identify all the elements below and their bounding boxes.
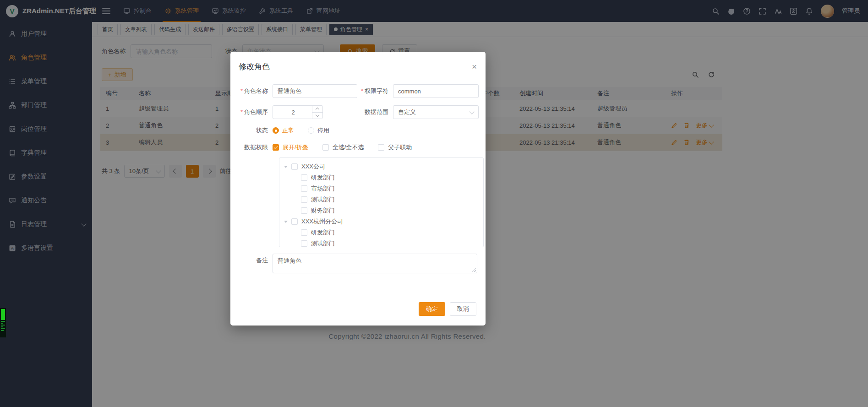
- checkbox-icon: [378, 144, 384, 151]
- fps-stats-widget: [0, 308, 6, 337]
- tree-caret-icon[interactable]: [284, 166, 288, 168]
- form-row: 数据权限 展开/折叠 全选/全不选 父子联动: [237, 143, 479, 152]
- cancel-button[interactable]: 取消: [450, 302, 476, 316]
- data-perm-field-label: 数据权限: [237, 143, 273, 152]
- checkbox-icon[interactable]: [291, 163, 298, 170]
- expand-collapse-checkbox[interactable]: 展开/折叠: [273, 143, 308, 152]
- select-all-checkbox[interactable]: 全选/全不选: [322, 143, 364, 152]
- chevron-down-icon: [316, 113, 319, 117]
- tree-node[interactable]: XXX公司: [279, 161, 483, 172]
- radio-icon: [308, 127, 314, 134]
- data-scope-select[interactable]: 自定义: [393, 105, 479, 119]
- confirm-button[interactable]: 确定: [419, 302, 445, 316]
- department-tree: XXX公司 研发部门 市场部门 测试部门 财务部门: [279, 157, 484, 247]
- checkbox-icon[interactable]: [301, 207, 307, 214]
- status-field-label: 状态: [237, 126, 273, 135]
- checkbox-icon[interactable]: [301, 240, 307, 247]
- remark-field-label: 备注: [237, 256, 273, 265]
- form-row: 备注 普通角色: [237, 254, 479, 273]
- tree-caret-icon[interactable]: [284, 221, 288, 223]
- role-name-field-label: 角色名称: [237, 87, 273, 95]
- dialog-body: 角色名称 权限字符 角色顺序 2 数据范围 自定义: [230, 72, 486, 273]
- tree-node[interactable]: 研发部门: [279, 172, 483, 183]
- checkbox-icon[interactable]: [301, 229, 307, 236]
- remark-textarea[interactable]: 普通角色: [273, 254, 477, 273]
- checkbox-icon[interactable]: [301, 185, 307, 192]
- status-radio-disabled[interactable]: 停用: [308, 126, 329, 135]
- increase-button[interactable]: [312, 106, 322, 112]
- edit-role-dialog: 修改角色 × 角色名称 权限字符 角色顺序 2 数据范围: [230, 52, 486, 326]
- perm-string-field[interactable]: [393, 84, 479, 98]
- role-order-value: 2: [291, 109, 295, 116]
- checkbox-icon[interactable]: [301, 196, 307, 203]
- checkbox-icon[interactable]: [291, 218, 298, 225]
- form-row: 角色顺序 2 数据范围 自定义: [237, 105, 479, 119]
- dialog-title: 修改角色: [239, 61, 270, 72]
- form-row: 状态 正常 停用: [237, 126, 479, 135]
- role-name-field[interactable]: [273, 84, 357, 98]
- checkbox-icon: [273, 144, 279, 151]
- tree-node[interactable]: 市场部门: [279, 183, 483, 194]
- form-row: 角色名称 权限字符: [237, 84, 479, 98]
- dialog-header: 修改角色 ×: [230, 52, 486, 72]
- decrease-button[interactable]: [312, 112, 322, 119]
- data-scope-field-label: 数据范围: [323, 108, 393, 116]
- perm-string-field-label: 权限字符: [357, 87, 393, 95]
- radio-icon: [273, 127, 279, 134]
- dialog-footer: 确定 取消: [419, 302, 476, 316]
- parent-child-link-checkbox[interactable]: 父子联动: [378, 143, 412, 152]
- screen: V ZRAdmin.NET后台管理 控制台 系统管理 系统监控 系统工具: [0, 0, 868, 407]
- tree-node[interactable]: XXX杭州分公司: [279, 216, 483, 227]
- checkbox-icon[interactable]: [301, 174, 307, 181]
- tree-node[interactable]: 测试部门: [279, 238, 483, 247]
- checkbox-icon: [322, 144, 329, 151]
- tree-node[interactable]: 财务部门: [279, 205, 483, 216]
- tree-node[interactable]: 测试部门: [279, 194, 483, 205]
- role-order-stepper[interactable]: 2: [273, 105, 323, 119]
- status-radio-normal[interactable]: 正常: [273, 126, 294, 135]
- chevron-down-icon: [469, 109, 474, 114]
- close-icon[interactable]: ×: [472, 62, 477, 71]
- chevron-up-icon: [316, 108, 319, 111]
- tree-node[interactable]: 研发部门: [279, 227, 483, 238]
- role-order-field-label: 角色顺序: [237, 108, 273, 116]
